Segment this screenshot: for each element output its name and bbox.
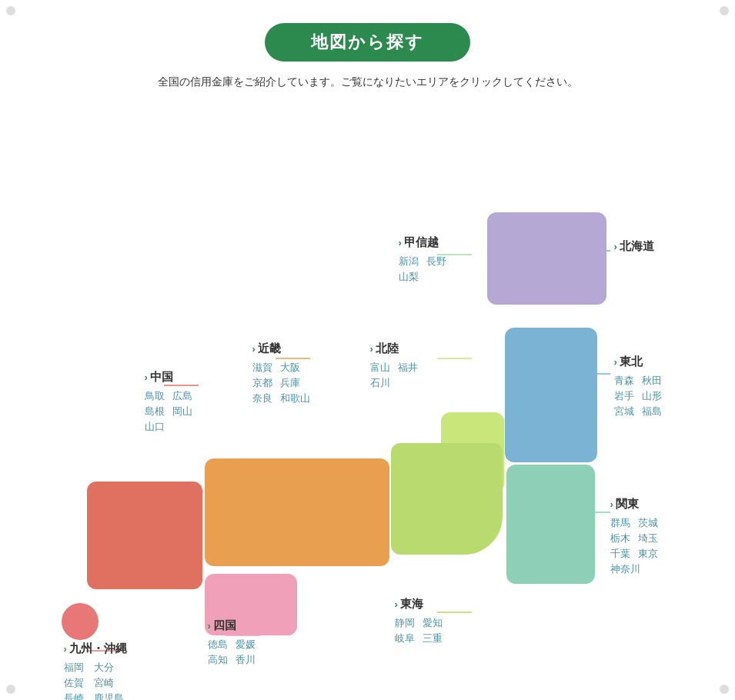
link-shizuoka[interactable]: 静岡 <box>395 616 415 630</box>
link-tottori[interactable]: 鳥取 <box>145 389 165 403</box>
hokuriku-title: ›北陸 <box>370 342 418 356</box>
link-kanagawa[interactable]: 神奈川 <box>610 562 658 576</box>
corner-dot-br <box>720 685 729 694</box>
chugoku-title: ›中国 <box>145 370 192 385</box>
hokuriku-label: ›北陸 富山 福井 石川 <box>370 342 418 390</box>
link-okayama[interactable]: 岡山 <box>172 405 192 418</box>
page-wrapper: 地図から探す 全国の信用金庫をご紹介しています。ご覧になりたいエリアをクリックし… <box>0 0 735 700</box>
link-yamanashi[interactable]: 山梨 <box>399 270 446 284</box>
corner-dot-bl <box>6 685 15 694</box>
tohoku-block <box>505 328 597 462</box>
link-fukui[interactable]: 福井 <box>398 361 418 375</box>
link-mie[interactable]: 三重 <box>423 632 443 645</box>
link-hiroshima[interactable]: 広島 <box>172 389 192 403</box>
shikoku-title: ›四国 <box>208 618 256 633</box>
link-fukushima[interactable]: 福島 <box>642 405 662 418</box>
link-wakayama[interactable]: 和歌山 <box>280 392 310 405</box>
hokkaido-title: ›北海道 <box>614 239 654 254</box>
page-title-wrapper: 地図から探す <box>15 23 720 62</box>
hokuriku-links: 富山 福井 石川 <box>370 361 418 390</box>
kyushu-arrow: › <box>64 643 67 655</box>
tokai-label: ›東海 静岡 愛知 岐阜 三重 <box>395 597 443 645</box>
link-fukuoka[interactable]: 福岡 <box>64 661 87 675</box>
kinki-arrow: › <box>252 343 256 355</box>
link-nagasaki[interactable]: 長崎 <box>64 692 87 700</box>
shikoku-links: 徳島 愛媛 高知 香川 <box>208 638 256 667</box>
tokai-links: 静岡 愛知 岐阜 三重 <box>395 616 443 645</box>
kyushu-links: 福岡 大分 佐賀 宮崎 長崎 鹿児島 熊本 沖縄 <box>64 661 127 700</box>
link-kochi[interactable]: 高知 <box>208 653 228 667</box>
link-gifu[interactable]: 岐阜 <box>395 632 415 645</box>
link-aomori[interactable]: 青森 <box>614 374 634 388</box>
kanto-title: ›関東 <box>610 497 658 512</box>
kanto-block <box>506 465 595 584</box>
tohoku-title: ›東北 <box>614 355 662 369</box>
tohoku-label: ›東北 青森 秋田 岩手 山形 宮城 福島 <box>614 355 662 418</box>
link-shiga[interactable]: 滋賀 <box>252 361 272 375</box>
kanto-links: 群馬 茨城 栃木 埼玉 千葉 東京 神奈川 <box>610 516 658 576</box>
link-yamaguchi[interactable]: 山口 <box>145 420 192 434</box>
link-nara[interactable]: 奈良 <box>252 392 272 405</box>
kyushu-title: ›九州・沖縄 <box>64 642 127 656</box>
kinki-label: ›近畿 滋賀 大阪 京都 兵庫 奈良 和歌山 <box>252 342 310 405</box>
tohoku-links: 青森 秋田 岩手 山形 宮城 福島 <box>614 374 662 418</box>
link-ishikawa[interactable]: 石川 <box>370 376 418 390</box>
link-aichi[interactable]: 愛知 <box>423 616 443 630</box>
corner-dot-tr <box>720 6 729 15</box>
shikoku-arrow: › <box>208 620 211 632</box>
link-tokyo[interactable]: 東京 <box>638 547 658 561</box>
link-kyoto[interactable]: 京都 <box>252 376 272 390</box>
hokkaido-block <box>487 212 606 305</box>
link-akita[interactable]: 秋田 <box>642 374 662 388</box>
link-kagoshima[interactable]: 鹿児島 <box>94 692 127 700</box>
link-toyama[interactable]: 富山 <box>370 361 390 375</box>
koshinetsu-title: ›甲信越 <box>399 235 446 250</box>
kyushu-dot <box>62 603 99 640</box>
kinki-links: 滋賀 大阪 京都 兵庫 奈良 和歌山 <box>252 361 310 405</box>
link-iwate[interactable]: 岩手 <box>614 389 634 403</box>
link-nagano[interactable]: 長野 <box>426 255 446 268</box>
hokkaido-arrow: › <box>614 241 617 252</box>
tokai-title: ›東海 <box>395 597 443 612</box>
link-saitama[interactable]: 埼玉 <box>638 532 658 545</box>
link-ehime[interactable]: 愛媛 <box>236 638 256 652</box>
kyushu-label: ›九州・沖縄 福岡 大分 佐賀 宮崎 長崎 鹿児島 熊本 沖縄 <box>64 642 127 700</box>
link-kagawa[interactable]: 香川 <box>236 653 256 667</box>
link-shimane[interactable]: 島根 <box>145 405 165 418</box>
chugoku-block <box>87 482 202 589</box>
hokuriku-arrow: › <box>370 343 373 355</box>
map-container: ›北海道 ›東北 青森 秋田 岩手 山形 宮城 福島 ›関東 <box>29 105 707 658</box>
kinki-block <box>205 458 389 566</box>
koshinetsu-arrow: › <box>399 237 402 248</box>
kanto-arrow: › <box>610 498 613 510</box>
tokai-block <box>391 443 503 555</box>
kinki-title: ›近畿 <box>252 342 310 356</box>
koshinetsu-links: 新潟 長野 山梨 <box>399 255 446 284</box>
link-tokushima[interactable]: 徳島 <box>208 638 228 652</box>
shikoku-label: ›四国 徳島 愛媛 高知 香川 <box>208 618 256 667</box>
page-title: 地図から探す <box>265 23 470 62</box>
link-hyogo[interactable]: 兵庫 <box>280 376 310 390</box>
chugoku-arrow: › <box>145 372 148 383</box>
link-tochigi[interactable]: 栃木 <box>610 532 630 545</box>
link-yamagata[interactable]: 山形 <box>642 389 662 403</box>
link-oita[interactable]: 大分 <box>94 661 127 675</box>
tokai-arrow: › <box>395 598 398 610</box>
hokkaido-label: ›北海道 <box>614 239 654 258</box>
page-subtitle: 全国の信用金庫をご紹介しています。ご覧になりたいエリアをクリックしてください。 <box>15 75 720 89</box>
link-niigata[interactable]: 新潟 <box>399 255 419 268</box>
link-saga[interactable]: 佐賀 <box>64 676 87 690</box>
link-chiba[interactable]: 千葉 <box>610 547 630 561</box>
link-miyazaki[interactable]: 宮崎 <box>94 676 127 690</box>
kanto-label: ›関東 群馬 茨城 栃木 埼玉 千葉 東京 神奈川 <box>610 497 658 576</box>
link-osaka[interactable]: 大阪 <box>280 361 310 375</box>
chugoku-links: 鳥取 広島 島根 岡山 山口 <box>145 389 192 434</box>
link-gunma[interactable]: 群馬 <box>610 516 630 530</box>
link-ibaraki[interactable]: 茨城 <box>638 516 658 530</box>
tohoku-arrow: › <box>614 356 617 368</box>
link-miyagi[interactable]: 宮城 <box>614 405 634 418</box>
corner-dot-tl <box>6 6 15 15</box>
koshinetsu-label: ›甲信越 新潟 長野 山梨 <box>399 235 446 284</box>
chugoku-label: ›中国 鳥取 広島 島根 岡山 山口 <box>145 370 192 434</box>
